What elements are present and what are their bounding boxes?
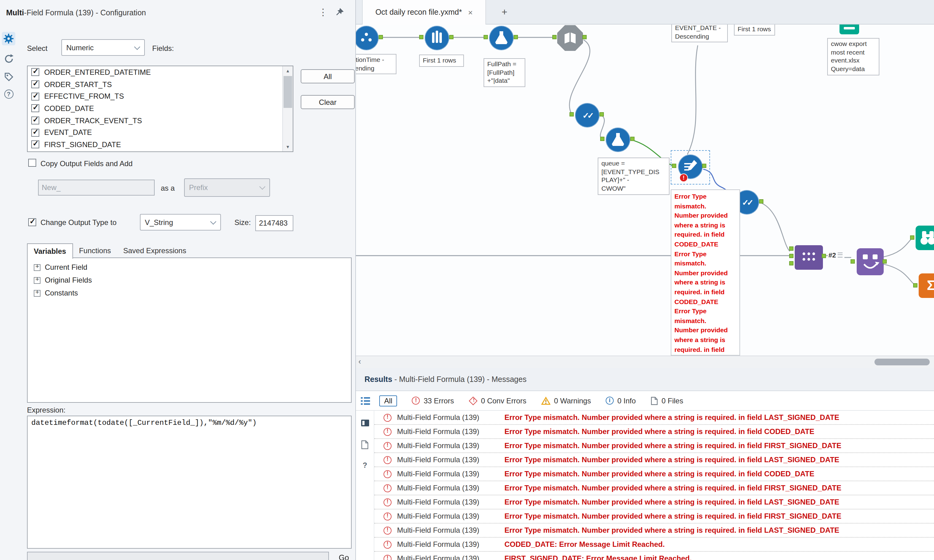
message-source: Multi-Field Formula (139) (397, 427, 505, 436)
message-row[interactable]: Multi-Field Formula (139)Error Type mism… (374, 439, 934, 453)
scrollbar-thumb[interactable] (874, 358, 930, 365)
message-row[interactable]: Multi-Field Formula (139)Error Type mism… (374, 453, 934, 467)
scroll-up-icon[interactable]: ▲ (283, 66, 293, 75)
scroll-down-icon[interactable]: ▼ (283, 142, 293, 151)
tree-item-current-field[interactable]: Current Field (34, 263, 88, 272)
error-icon (384, 540, 392, 548)
close-tab-icon[interactable]: × (468, 8, 472, 17)
filter-all-button[interactable]: All (379, 395, 397, 406)
new-tab-button[interactable]: + (497, 5, 512, 20)
checkbox-checked[interactable] (31, 141, 39, 149)
all-button[interactable]: All (301, 69, 355, 83)
tag-icon[interactable] (2, 70, 15, 83)
message-row[interactable]: Multi-Field Formula (139)Error Type mism… (374, 467, 934, 481)
refresh-icon[interactable] (2, 51, 15, 65)
copy-output-checkbox[interactable] (28, 159, 36, 167)
double-check-icon: ✓✓ (582, 111, 592, 120)
results-header: Results - Multi-Field Formula (139) - Me… (356, 368, 934, 391)
checkbox-checked[interactable] (31, 68, 39, 76)
annotation-first-rows-2[interactable]: First 1 rows (734, 25, 775, 35)
annotation-fullpath[interactable]: FullPath = [FullPath] +"|data" (483, 58, 525, 87)
fields-listbox[interactable]: ORDER_ENTERED_DATETIME ORDER_START_TS EF… (27, 66, 293, 152)
expression-text: datetimeformat(todate([_CurrentField_]),… (31, 419, 257, 427)
tab-functions[interactable]: Functions (73, 243, 117, 258)
field-item[interactable]: EVENT_DATE (28, 126, 293, 138)
transform-tool[interactable] (857, 248, 884, 275)
message-row[interactable]: Multi-Field Formula (139)Error Type mism… (374, 411, 934, 425)
change-output-type-checkbox[interactable] (28, 218, 36, 226)
field-item[interactable]: ORDER_START_TS (28, 78, 293, 90)
checkbox-checked[interactable] (31, 105, 39, 112)
configuration-gear-icon[interactable] (2, 32, 15, 45)
expand-icon[interactable] (34, 264, 40, 271)
checkbox-checked[interactable] (31, 92, 39, 100)
message-text: Error Type mismatch. Number provided whe… (505, 526, 839, 535)
expression-editor[interactable]: datetimeformat(todate([_CurrentField_]),… (27, 415, 352, 549)
filter-conv-errors[interactable]: 0 Conv Errors (469, 396, 526, 405)
tab-saved-expressions[interactable]: Saved Expressions (117, 243, 192, 258)
checkbox-checked[interactable] (31, 117, 39, 125)
checkbox-checked[interactable] (31, 80, 39, 88)
message-row[interactable]: Multi-Field Formula (139)Error Type mism… (374, 523, 934, 538)
help-icon[interactable]: ? (2, 87, 15, 100)
field-item[interactable]: EFFECTIVE_FROM_TS (28, 91, 293, 102)
annotation-queue[interactable]: queue = [EVENT_TYPE_DIS PLAY]+" - CWOW" (598, 158, 670, 195)
formula-tool[interactable] (489, 26, 514, 50)
message-row[interactable]: Multi-Field Formula (139)Error Type mism… (374, 495, 934, 509)
output-data-tool[interactable] (840, 25, 859, 34)
workflow-canvas[interactable]: ✓✓ ! ✓✓ Σ (356, 25, 934, 355)
annotation-first-rows-1[interactable]: First 1 rows (419, 55, 464, 66)
workflow-tab[interactable]: Oct daily recon file.yxmd* × (362, 0, 486, 25)
field-item[interactable]: FIRST_SIGNED_DATE (28, 138, 293, 151)
annotation-event-date[interactable]: EVENT_DATE - Descending (672, 25, 728, 43)
message-row[interactable]: Multi-Field Formula (139)FIRST_SIGNED_DA… (374, 552, 934, 560)
test-value-input[interactable] (27, 552, 329, 560)
field-type-select[interactable]: Numeric (61, 39, 145, 56)
message-row[interactable]: Multi-Field Formula (139)Error Type mism… (374, 425, 934, 439)
tab-variables[interactable]: Variables (27, 243, 73, 259)
join-multiple-tool[interactable] (795, 245, 823, 270)
message-row[interactable]: Multi-Field Formula (139)CODED_DATE: Err… (374, 538, 934, 552)
filter-errors[interactable]: 33 Errors (412, 396, 454, 405)
annotation-cwow-export[interactable]: cwow export most recent event.xlsx Query… (827, 38, 879, 75)
unique-tool[interactable]: ✓✓ (575, 103, 599, 128)
kebab-menu-icon[interactable]: ⋮ (318, 7, 328, 18)
tree-item-constants[interactable]: Constants (34, 289, 78, 297)
field-item[interactable]: ORDER_TRACK_EVENT_TS (28, 115, 293, 126)
sample-tool[interactable] (425, 26, 449, 50)
field-item[interactable]: CODED_DATE (28, 102, 293, 114)
field-item[interactable]: ORDER_ENTERED_DATETIME (28, 66, 293, 78)
sigma-icon: Σ (927, 278, 934, 294)
fields-scrollbar[interactable]: ▲ ▼ (282, 66, 293, 151)
formula-tool-2[interactable] (606, 128, 630, 152)
sort-tool[interactable] (356, 26, 379, 50)
message-list-icon[interactable] (356, 396, 374, 405)
annotation-error-messages[interactable]: Error Type mismatch. Number provided whe… (671, 189, 740, 355)
clear-button[interactable]: Clear (301, 95, 355, 109)
message-row[interactable]: Multi-Field Formula (139)Error Type mism… (374, 481, 934, 495)
prefix-suffix-select[interactable]: Prefix (184, 178, 270, 197)
filter-files[interactable]: 0 Files (650, 396, 683, 405)
help-icon[interactable]: ? (363, 461, 367, 469)
scroll-left-icon[interactable]: ‹ (358, 357, 361, 366)
summarize-tool[interactable]: Σ (919, 274, 934, 298)
filter-warnings[interactable]: 0 Warnings (541, 396, 591, 405)
as-a-label: as a (161, 184, 174, 192)
scrollbar-thumb[interactable] (284, 76, 292, 108)
size-input[interactable] (255, 215, 293, 231)
new-field-name-input[interactable] (38, 180, 154, 195)
message-row[interactable]: Multi-Field Formula (139)Error Type mism… (374, 509, 934, 523)
browse-tool[interactable] (915, 226, 934, 250)
expand-icon[interactable] (34, 290, 40, 296)
panel-view-icon[interactable] (361, 419, 369, 429)
output-type-select[interactable]: V_String (140, 214, 221, 231)
canvas-horizontal-scrollbar[interactable]: ‹ (356, 355, 934, 368)
annotation-creationtime[interactable]: eationTime - scending (356, 54, 397, 74)
tree-item-original-fields[interactable]: Original Fields (34, 276, 92, 285)
expand-icon[interactable] (34, 277, 40, 283)
checkbox-checked[interactable] (31, 129, 39, 137)
go-button[interactable]: Go (339, 554, 349, 560)
document-view-icon[interactable] (361, 440, 369, 451)
filter-info[interactable]: 0 Info (606, 396, 636, 405)
pin-icon[interactable] (334, 7, 345, 18)
